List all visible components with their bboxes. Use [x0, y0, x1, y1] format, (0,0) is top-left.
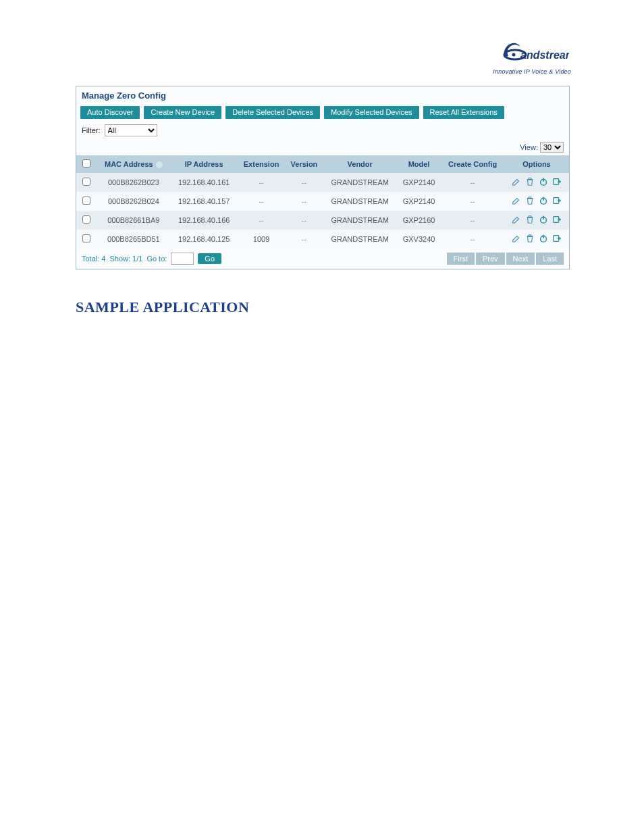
prev-button[interactable]: Prev	[476, 253, 505, 265]
svg-text:andstream: andstream	[520, 49, 569, 61]
table-row: 000B82661BA9192.168.40.166----GRANDSTREA…	[76, 211, 569, 230]
first-button[interactable]: First	[447, 253, 475, 265]
show-label: Show: 1/1	[109, 255, 142, 263]
panel-title: Manage Zero Config	[76, 86, 569, 106]
col-vendor[interactable]: Vendor	[323, 155, 397, 173]
col-ext[interactable]: Extension	[238, 155, 286, 173]
col-model[interactable]: Model	[397, 155, 441, 173]
svg-point-1	[512, 53, 516, 57]
cell-options	[504, 211, 569, 230]
row-checkbox[interactable]	[82, 234, 90, 242]
cell-mac: 000B8262B024	[97, 192, 171, 211]
modify-selected-button[interactable]: Modify Selected Devices	[324, 106, 419, 119]
edit-icon[interactable]	[512, 215, 521, 224]
edit-icon[interactable]	[512, 196, 521, 205]
pager: First Prev Next Last	[447, 253, 564, 265]
cell-vendor: GRANDSTREAM	[323, 211, 397, 230]
create-new-device-button[interactable]: Create New Device	[144, 106, 221, 119]
cell-model: GXP2160	[397, 211, 441, 230]
col-ver[interactable]: Version	[286, 155, 323, 173]
filter-select[interactable]: All	[105, 124, 157, 136]
cell-ext: --	[238, 211, 286, 230]
delete-icon[interactable]	[525, 177, 535, 186]
cell-ver: --	[286, 211, 323, 230]
table-row: 000B8262B024192.168.40.157----GRANDSTREA…	[76, 192, 569, 211]
cell-ver: --	[286, 230, 323, 249]
delete-icon[interactable]	[525, 196, 535, 205]
cell-vendor: GRANDSTREAM	[323, 192, 397, 211]
cell-mac: 000B8262B023	[97, 173, 171, 192]
cell-ip: 192.168.40.125	[171, 230, 238, 249]
edit-icon[interactable]	[512, 177, 521, 186]
cell-model: GXV3240	[397, 230, 441, 249]
cell-ext: 1009	[238, 230, 286, 249]
goto-input[interactable]	[171, 253, 194, 265]
row-checkbox[interactable]	[82, 178, 90, 186]
cell-create: --	[441, 192, 504, 211]
go-button[interactable]: Go	[198, 253, 221, 264]
row-checkbox[interactable]	[82, 215, 90, 224]
col-options: Options	[504, 155, 569, 173]
reboot-icon[interactable]	[539, 215, 548, 224]
cell-ip: 192.168.40.161	[171, 173, 238, 192]
delete-icon[interactable]	[525, 215, 535, 224]
cell-options	[504, 230, 569, 249]
cell-create: --	[441, 211, 504, 230]
cell-options	[504, 192, 569, 211]
reboot-icon[interactable]	[539, 196, 548, 205]
cell-options	[504, 173, 569, 192]
brand-logo: andstream Innovative IP Voice & Video	[493, 37, 571, 75]
brand-tagline: Innovative IP Voice & Video	[493, 68, 571, 75]
row-checkbox[interactable]	[82, 197, 90, 205]
access-icon[interactable]	[552, 215, 562, 224]
total-label: Total: 4	[82, 255, 105, 263]
col-mac[interactable]: MAC Address	[97, 155, 171, 173]
table-row: 000B8262B023192.168.40.161----GRANDSTREA…	[76, 173, 569, 192]
cell-model: GXP2140	[397, 173, 441, 192]
col-ip[interactable]: IP Address	[171, 155, 238, 173]
table-row: 000B8265BD51192.168.40.1251009--GRANDSTR…	[76, 230, 569, 249]
filter-label: Filter:	[82, 126, 101, 134]
zero-config-panel: Manage Zero Config Auto Discover Create …	[76, 86, 570, 269]
view-row: View: 30	[76, 142, 569, 155]
view-label: View:	[520, 143, 538, 151]
devices-table: MAC Address IP Address Extension Version…	[76, 155, 569, 249]
auto-discover-button[interactable]: Auto Discover	[80, 106, 140, 119]
cell-mac: 000B82661BA9	[97, 211, 171, 230]
cell-ip: 192.168.40.157	[171, 192, 238, 211]
reboot-icon[interactable]	[539, 234, 548, 243]
cell-create: --	[441, 230, 504, 249]
delete-icon[interactable]	[525, 234, 535, 243]
access-icon[interactable]	[552, 177, 562, 186]
toolbar: Auto Discover Create New Device Delete S…	[76, 106, 569, 123]
reboot-icon[interactable]	[539, 177, 548, 186]
cell-ver: --	[286, 173, 323, 192]
view-select[interactable]: 30	[540, 142, 564, 153]
cell-create: --	[441, 173, 504, 192]
access-icon[interactable]	[552, 196, 562, 205]
cell-vendor: GRANDSTREAM	[323, 173, 397, 192]
cell-ver: --	[286, 192, 323, 211]
filter-row: Filter: All	[76, 123, 569, 142]
reset-all-button[interactable]: Reset All Extensions	[423, 106, 504, 119]
cell-ext: --	[238, 192, 286, 211]
cell-vendor: GRANDSTREAM	[323, 230, 397, 249]
col-create[interactable]: Create Config	[441, 155, 504, 173]
sort-icon	[156, 161, 163, 168]
table-footer: Total: 4 Show: 1/1 Go to: Go First Prev …	[76, 249, 569, 269]
next-button[interactable]: Next	[506, 253, 535, 265]
last-button[interactable]: Last	[536, 253, 564, 265]
cell-ext: --	[238, 173, 286, 192]
goto-label: Go to:	[146, 255, 167, 263]
select-all-checkbox[interactable]	[82, 159, 90, 167]
cell-mac: 000B8265BD51	[97, 230, 171, 249]
access-icon[interactable]	[552, 234, 562, 243]
edit-icon[interactable]	[512, 234, 521, 243]
cell-ip: 192.168.40.166	[171, 211, 238, 230]
section-heading: SAMPLE APPLICATION	[76, 298, 249, 316]
delete-selected-button[interactable]: Delete Selected Devices	[225, 106, 320, 119]
cell-model: GXP2140	[397, 192, 441, 211]
